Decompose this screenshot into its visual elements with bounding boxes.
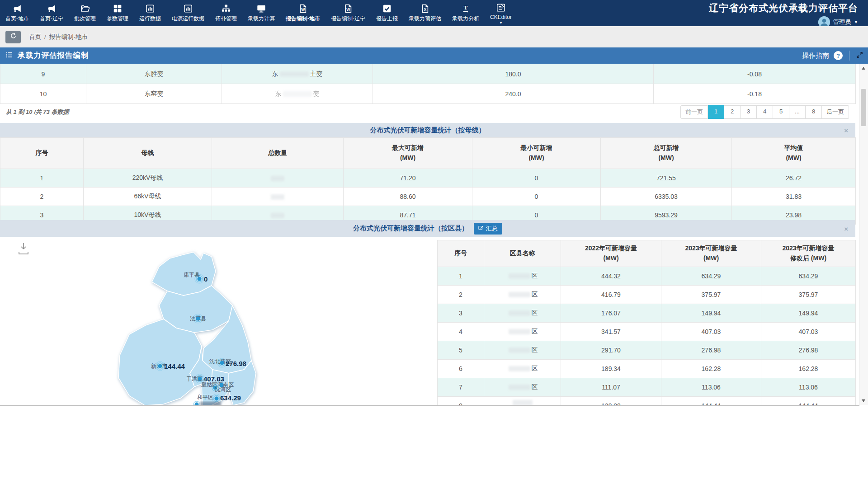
page-button-2[interactable]: 2 [724, 105, 741, 119]
nav-item-3[interactable]: 批次管理 [69, 0, 101, 26]
svg-text:沈河区: 沈河区 [215, 386, 231, 393]
help-icon[interactable]: ? [834, 51, 843, 60]
expand-arrows-icon[interactable] [856, 51, 863, 61]
cell-avg: 26.72 [732, 169, 856, 188]
bar-chart-icon [183, 4, 193, 14]
cell-index: 2 [0, 188, 84, 206]
svg-text:和平区: 和平区 [197, 394, 213, 400]
table-row: 4区341.57407.03407.03 [438, 323, 856, 341]
navbar-right: 辽宁省分布式光伏承载力评估平台 管理员 ▼ [709, 2, 858, 28]
nav-label: 参数管理 [107, 15, 128, 23]
summary-button[interactable]: 汇总 [474, 223, 502, 235]
map-point-clipped[interactable] [193, 401, 221, 405]
svg-text:0: 0 [204, 275, 208, 283]
cell-2023: 407.03 [661, 323, 761, 341]
page-button-...[interactable]: ... [789, 105, 806, 119]
district-table: 序号区县名称2022年可新增容量(MW)2023年可新增容量(MW)2023年可… [437, 240, 856, 405]
nav-label: 批次管理 [74, 15, 96, 23]
district-col-header: 2022年可新增容量(MW) [561, 240, 661, 267]
nav-item-10[interactable]: W报告编制-辽宁 [326, 0, 371, 26]
report-stack-icon [5, 51, 13, 61]
nav-label: 承载力分析 [452, 15, 479, 23]
bus-table: 序号母线总数量最大可新增(MW)最小可新增(MW)总可新增(MW)平均值(MW)… [0, 137, 856, 225]
nav-item-5[interactable]: 运行数据 [134, 0, 166, 26]
bus-col-header: 最小可新增(MW) [472, 138, 601, 169]
nav-item-9[interactable]: W报告编制-地市 [280, 0, 326, 26]
cell-2022: 291.70 [561, 341, 661, 360]
table-row[interactable]: 10东窑变东变240.0-0.18 [0, 84, 856, 104]
table-row: 7区111.07113.06113.06 [438, 378, 856, 397]
transformer-table: 9东胜变东主变180.0-0.0810东窑变东变240.0-0.18 [0, 64, 856, 104]
cell-station: 东胜变 [86, 64, 222, 84]
cell-2023-modified: 149.94 [761, 304, 856, 323]
refresh-icon [9, 32, 17, 42]
scrollbar-thumb[interactable] [861, 89, 866, 126]
nav-item-2[interactable]: 首页-辽宁 [34, 0, 69, 26]
close-icon[interactable]: × [844, 127, 848, 134]
table-row[interactable]: 9东胜变东主变180.0-0.08 [0, 64, 856, 84]
pagination: 前一页12345...8后一页 [680, 105, 849, 119]
nav-item-4[interactable]: 参数管理 [101, 0, 134, 26]
cell-2022: 341.57 [561, 323, 661, 341]
guide-link[interactable]: 操作指南 [802, 52, 829, 60]
cell-index: 4 [438, 323, 484, 341]
page-button-8[interactable]: 8 [806, 105, 822, 119]
grid-icon [113, 4, 123, 14]
nav-item-1[interactable]: 首页-地市 [0, 0, 34, 26]
scroll-up-arrow[interactable] [859, 65, 868, 72]
cell-2022: 111.07 [561, 378, 661, 397]
download-icon[interactable] [19, 243, 28, 254]
cell-total: 721.55 [601, 169, 732, 188]
cell-device: 东变 [222, 84, 373, 104]
page-button-4[interactable]: 4 [757, 105, 773, 119]
table-row: 266kV母线88.6006335.0331.83 [0, 188, 856, 206]
cell-avg: 31.83 [732, 188, 856, 206]
table-row: 5区291.70276.98276.98 [438, 341, 856, 360]
prev-page-button[interactable]: 前一页 [680, 105, 708, 119]
bus-section-title: 分布式光伏可新增容量统计（按母线） [370, 126, 486, 135]
page-button-3[interactable]: 3 [741, 105, 757, 119]
cell-district-name: 区 [484, 267, 561, 286]
nav-label: 运行数据 [139, 15, 161, 23]
cell-2022: 139.88 [561, 397, 661, 406]
page-button-1[interactable]: 1 [708, 105, 724, 119]
megaphone-icon [12, 4, 22, 14]
nav-item-13[interactable]: T承载力分析 [447, 0, 485, 26]
nav-item-8[interactable]: 承载力计算 [242, 0, 280, 26]
cell-2022: 444.32 [561, 267, 661, 286]
editor-icon [496, 3, 506, 13]
nav-item-11[interactable]: 报告上报 [371, 0, 403, 26]
breadcrumb-home[interactable]: 首页 [29, 33, 41, 40]
next-page-button[interactable]: 后一页 [822, 105, 849, 119]
cell-2023-modified: 407.03 [761, 323, 856, 341]
check-square-icon [382, 4, 392, 14]
nav-item-14[interactable]: CKEditor▼ [485, 0, 517, 26]
cell-metric: -0.08 [654, 64, 856, 84]
district-section-title: 分布式光伏可新增容量统计（按区县） [353, 224, 468, 233]
nav-label: 首页-辽宁 [40, 15, 63, 23]
close-icon[interactable]: × [844, 225, 848, 232]
scrollbar[interactable] [859, 64, 868, 405]
nav-item-6[interactable]: 电源运行数据 [166, 0, 210, 26]
cell-index: 3 [438, 304, 484, 323]
cell-2023: 113.06 [661, 378, 761, 397]
nav-label: 拓扑管理 [215, 15, 237, 23]
nav-item-12[interactable]: X承载力预评估 [403, 0, 447, 26]
nav-item-7[interactable]: 拓扑管理 [210, 0, 242, 26]
refresh-button[interactable] [5, 31, 21, 43]
cell-2023-modified: 162.28 [761, 360, 856, 378]
page-button-5[interactable]: 5 [773, 105, 789, 119]
edit-icon [478, 225, 484, 232]
svg-text:144.44: 144.44 [164, 362, 185, 370]
cell-index: 10 [0, 84, 86, 104]
text-tool-icon: T [461, 4, 471, 14]
cell-metric: -0.18 [654, 84, 856, 104]
monitor-icon [256, 4, 266, 14]
svg-text:634.29: 634.29 [220, 394, 241, 402]
pagination-bar: 从 1 到 10 /共 73 条数据 前一页12345...8后一页 [0, 101, 855, 123]
scroll-down-arrow[interactable] [859, 397, 868, 404]
svg-text:T: T [464, 5, 468, 11]
cell-index: 7 [438, 378, 484, 397]
cell-district-name: 区 [484, 360, 561, 378]
cell-total: 6335.03 [601, 188, 732, 206]
